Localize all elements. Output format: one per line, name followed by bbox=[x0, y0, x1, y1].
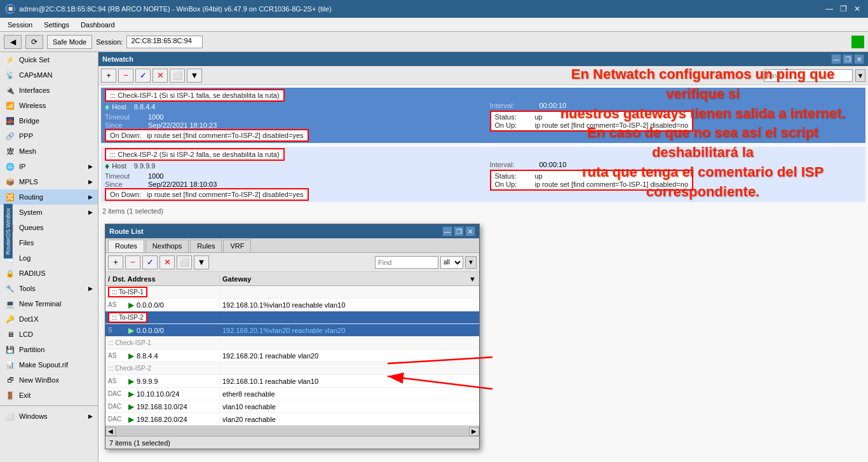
sidebar-item-wireless[interactable]: 📶 Wireless bbox=[0, 98, 98, 113]
sidebar-item-exit[interactable]: 🚪 Exit bbox=[0, 388, 98, 403]
sidebar-item-ppp[interactable]: 🔗 PPP bbox=[0, 128, 98, 144]
route-enable-button[interactable]: ✓ bbox=[142, 255, 158, 269]
scroll-right-btn[interactable]: ▶ bbox=[469, 427, 479, 436]
netwatch-entry-1[interactable]: ::: Check-ISP-1 (Si si ISP-1 falla, se d… bbox=[101, 88, 865, 143]
tab-nexthops[interactable]: Nexthops bbox=[146, 240, 189, 252]
table-row[interactable]: AS ▶ 0.0.0.0/0 192.168.10.1%vlan10 reach… bbox=[105, 299, 479, 311]
route-disable-button[interactable]: ✕ bbox=[159, 255, 175, 269]
col-filter-btn[interactable]: ▼ bbox=[469, 275, 479, 283]
sidebar-item-dot1x[interactable]: 🔑 Dot1X bbox=[0, 311, 98, 327]
routelist-maximize[interactable]: ❐ bbox=[454, 226, 464, 236]
table-row[interactable]: DAC ▶ 192.168.10.0/24 vlan10 reachable bbox=[105, 400, 479, 413]
sidebar-item-tools[interactable]: 🔧 Tools ▶ bbox=[0, 281, 98, 296]
sidebar-item-bridge[interactable]: 🌉 Bridge bbox=[0, 113, 98, 128]
table-row[interactable]: AS ▶ 8.8.4.4 192.168.20.1 reachable vlan… bbox=[105, 350, 479, 362]
copy-button[interactable]: ⬜ bbox=[170, 69, 185, 83]
entry2-host-icon: ♦ bbox=[105, 161, 109, 171]
back-button[interactable]: ◀ bbox=[4, 35, 22, 49]
routelist-controls[interactable]: — ❐ ✕ bbox=[442, 226, 475, 236]
entry1-ondown-label: On Down: bbox=[110, 132, 141, 139]
route-find-input[interactable] bbox=[375, 256, 438, 269]
table-row[interactable]: AS ▶ 9.9.9.9 192.168.10.1 reachable vlan… bbox=[105, 375, 479, 388]
route-remove-button[interactable]: − bbox=[125, 255, 140, 269]
route-copy-button[interactable]: ⬜ bbox=[177, 255, 192, 269]
safe-mode-button[interactable]: Safe Mode bbox=[47, 35, 92, 49]
sidebar-item-mesh[interactable]: 🕸 Mesh bbox=[0, 144, 98, 159]
route-dst-cell: DAC ▶ 192.168.10.0/24 bbox=[105, 402, 220, 411]
filter-button[interactable]: ▼ bbox=[187, 69, 202, 83]
remove-button[interactable]: − bbox=[118, 69, 133, 83]
sidebar-item-system[interactable]: ⚙ System ▶ bbox=[0, 205, 98, 220]
maximize-button[interactable]: ❐ bbox=[837, 3, 849, 15]
refresh-button[interactable]: ⟳ bbox=[25, 35, 43, 49]
disable-button[interactable]: ✕ bbox=[153, 69, 168, 83]
netwatch-close[interactable]: ✕ bbox=[854, 54, 864, 64]
tab-routes[interactable]: Routes bbox=[108, 240, 144, 252]
entry2-ondown-value: ip route set [find comment=To-ISP-2] dis… bbox=[147, 191, 303, 198]
add-button[interactable]: + bbox=[101, 69, 116, 83]
route-type: AS bbox=[108, 352, 126, 359]
sidebar-item-partition[interactable]: 💾 Partition bbox=[0, 342, 98, 357]
sidebar-label-new-winbox: New WinBox bbox=[19, 376, 59, 384]
col-dst-header[interactable]: / Dst. Address bbox=[105, 275, 220, 283]
tab-rules[interactable]: Rules bbox=[190, 240, 222, 252]
sidebar-item-windows[interactable]: ⬜ Windows ▶ bbox=[0, 409, 98, 424]
menu-session[interactable]: Session bbox=[3, 20, 37, 30]
sidebar-item-new-terminal[interactable]: 💻 New Terminal bbox=[0, 296, 98, 311]
netwatch-controls[interactable]: — ❐ ✕ bbox=[831, 54, 864, 64]
enable-button[interactable]: ✓ bbox=[135, 69, 151, 83]
table-row[interactable]: DAC ▶ 10.10.10.0/24 ether8 reachable bbox=[105, 388, 479, 400]
table-row[interactable]: ::: Check-ISP-1 bbox=[105, 337, 479, 350]
tab-vrf[interactable]: VRF bbox=[223, 240, 251, 252]
netwatch-minimize[interactable]: — bbox=[831, 54, 841, 64]
minimize-button[interactable]: — bbox=[824, 3, 835, 15]
route-add-button[interactable]: + bbox=[108, 255, 123, 269]
sidebar-item-mpls[interactable]: 📦 MPLS ▶ bbox=[0, 174, 98, 189]
sidebar-item-routing[interactable]: 🔀 Routing ▶ bbox=[0, 189, 98, 205]
route-filter-select[interactable]: all bbox=[440, 256, 463, 269]
sidebar-item-interfaces[interactable]: 🔌 Interfaces bbox=[0, 83, 98, 98]
sidebar-label-lcd: LCD bbox=[19, 330, 33, 338]
sidebar-item-capsman[interactable]: 📡 CAPsMAN bbox=[0, 67, 98, 83]
table-row[interactable]: DAC ▶ 192.168.20.0/24 vlan20 reachable bbox=[105, 413, 479, 426]
entry1-status-box: Status: up On Up: ip route set [find com… bbox=[490, 111, 694, 132]
find-scroll[interactable]: ▼ bbox=[855, 69, 865, 82]
scroll-left-btn[interactable]: ◀ bbox=[105, 427, 116, 436]
sidebar-item-log[interactable]: 📄 Log bbox=[0, 250, 98, 266]
netwatch-find-input[interactable] bbox=[764, 69, 853, 82]
table-row[interactable]: S ▶ 0.0.0.0/0 192.168.20.1%vlan20 reacha… bbox=[105, 324, 479, 337]
col-gw-header[interactable]: Gateway bbox=[220, 275, 469, 283]
route-comment: ::: Check-ISP-1 bbox=[108, 339, 151, 346]
routelist-minimize[interactable]: — bbox=[442, 226, 452, 236]
route-dst-cell: AS ▶ 8.8.4.4 bbox=[105, 351, 220, 360]
scroll-track[interactable] bbox=[116, 427, 469, 436]
titlebar-controls[interactable]: — ❐ ✕ bbox=[824, 3, 863, 15]
close-button[interactable]: ✕ bbox=[851, 3, 863, 15]
menu-dashboard[interactable]: Dashboard bbox=[76, 20, 120, 30]
routelist-close[interactable]: ✕ bbox=[465, 226, 475, 236]
route-status-icon: ▶ bbox=[128, 301, 134, 309]
entry1-host-label: Host bbox=[112, 103, 126, 111]
route-filter-button[interactable]: ▼ bbox=[194, 255, 209, 269]
sidebar-item-lcd[interactable]: 🖥 LCD bbox=[0, 327, 98, 342]
sidebar-item-ip[interactable]: 🌐 IP ▶ bbox=[0, 159, 98, 174]
menu-settings[interactable]: Settings bbox=[39, 20, 74, 30]
mpls-icon: 📦 bbox=[5, 177, 15, 187]
route-dst-cell: DAC ▶ 192.168.20.0/24 bbox=[105, 415, 220, 424]
ip-arrow: ▶ bbox=[88, 163, 93, 170]
mpls-arrow: ▶ bbox=[88, 179, 93, 185]
routelist-tabs: Routes Nexthops Rules VRF bbox=[105, 238, 479, 253]
sidebar-item-queues[interactable]: 📋 Queues bbox=[0, 220, 98, 235]
netwatch-maximize[interactable]: ❐ bbox=[843, 54, 853, 64]
table-row[interactable]: ::: To-ISP-2 bbox=[105, 311, 479, 324]
netwatch-entry-2[interactable]: ::: Check-ISP-2 (Si si ISP-2 falla, se d… bbox=[101, 147, 865, 202]
sidebar-item-files[interactable]: 📁 Files bbox=[0, 235, 98, 250]
sidebar-item-quick-set[interactable]: ⚡ Quick Set bbox=[0, 52, 98, 67]
table-row[interactable]: ::: To-ISP-1 bbox=[105, 286, 479, 299]
table-row[interactable]: ::: Check-ISP-2 bbox=[105, 362, 479, 375]
sidebar-item-new-winbox[interactable]: 🗗 New WinBox bbox=[0, 372, 98, 388]
sidebar-item-radius[interactable]: 🔒 RADIUS bbox=[0, 266, 98, 281]
sidebar-item-make-supout[interactable]: 📊 Make Supout.rif bbox=[0, 357, 98, 372]
route-scroll-btn[interactable]: ▼ bbox=[465, 256, 477, 269]
route-status-icon: ▶ bbox=[128, 351, 134, 360]
